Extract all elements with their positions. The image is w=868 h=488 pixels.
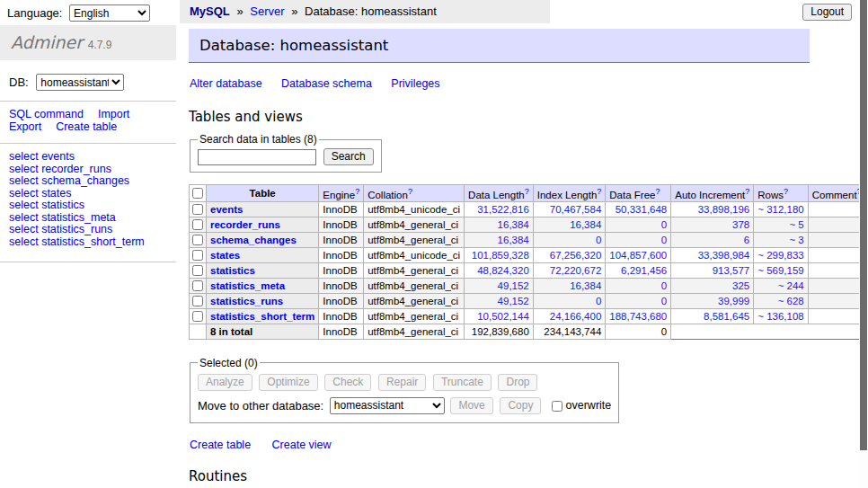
sidebar-select-recorder-runs-link[interactable]: select recorder_runs	[9, 164, 176, 176]
row-checkbox[interactable]	[192, 235, 203, 245]
copy-button[interactable]: Copy	[500, 397, 541, 414]
data-length-link[interactable]: 49,152	[498, 280, 529, 291]
sidebar-create-table-link[interactable]: Create table	[56, 120, 117, 133]
table-link[interactable]: recorder_runs	[210, 219, 280, 230]
row-checkbox[interactable]	[192, 219, 203, 230]
breadcrumb-server-link[interactable]: Server	[250, 4, 284, 18]
index-length-link[interactable]: 70,467,584	[550, 204, 602, 215]
data-length-link[interactable]: 101,859,328	[472, 250, 529, 261]
sidebar-select-statistics-link[interactable]: select statistics	[9, 200, 176, 212]
rows-count-link[interactable]: ~ 628	[778, 296, 804, 306]
auto-increment-link[interactable]: 8,581,645	[704, 311, 749, 322]
move-database-select[interactable]: homeassistant	[330, 397, 445, 414]
data-free-link[interactable]: 0	[661, 296, 667, 306]
sidebar-select-statistics-short-term-link[interactable]: select statistics_short_term	[9, 236, 176, 249]
search-input[interactable]	[198, 149, 316, 165]
db-select[interactable]: homeassistant	[36, 74, 124, 91]
row-checkbox[interactable]	[192, 250, 203, 261]
data-free-link[interactable]: 50,331,648	[616, 204, 668, 215]
repair-button[interactable]: Repair	[378, 374, 426, 391]
auto-increment-link[interactable]: 33,398,984	[698, 250, 750, 261]
sidebar-select-statistics-runs-link[interactable]: select statistics_runs	[9, 224, 176, 236]
select-all-checkbox[interactable]	[192, 188, 203, 199]
alter-database-link[interactable]: Alter database	[190, 77, 262, 90]
row-checkbox[interactable]	[192, 280, 203, 291]
help-icon[interactable]: ?	[597, 187, 601, 196]
row-checkbox[interactable]	[192, 265, 203, 276]
create-view-link[interactable]: Create view	[272, 439, 332, 451]
sidebar-select-schema-changes-link[interactable]: select schema_changes	[9, 175, 176, 188]
table-link[interactable]: statistics_meta	[210, 280, 285, 291]
index-length-link[interactable]: 72,220,672	[550, 265, 602, 276]
index-length-link[interactable]: 24,166,400	[550, 311, 602, 322]
language-select[interactable]: English	[69, 4, 150, 22]
row-checkbox[interactable]	[192, 204, 203, 215]
data-length-link[interactable]: 31,522,816	[477, 204, 529, 215]
overwrite-checkbox[interactable]	[552, 401, 562, 412]
data-free-link[interactable]: 0	[661, 235, 667, 245]
create-table-link[interactable]: Create table	[190, 439, 251, 451]
help-icon[interactable]: ?	[408, 187, 412, 196]
data-free-link[interactable]: 0	[661, 219, 667, 230]
index-length-link[interactable]: 0	[596, 235, 601, 245]
rows-count-link[interactable]: ~ 3	[789, 235, 803, 245]
rows-count-link[interactable]: ~ 244	[778, 280, 804, 291]
sidebar-select-states-link[interactable]: select states	[9, 188, 176, 200]
rows-count-link[interactable]: ~ 136,108	[757, 311, 803, 322]
data-free-link[interactable]: 0	[661, 280, 667, 291]
table-link[interactable]: statistics	[210, 265, 255, 276]
move-button[interactable]: Move	[450, 397, 492, 414]
row-checkbox[interactable]	[192, 296, 203, 306]
table-link[interactable]: statistics_runs	[210, 296, 283, 306]
search-button[interactable]: Search	[323, 148, 374, 165]
auto-increment-link[interactable]: 39,999	[718, 296, 749, 306]
table-link[interactable]: schema_changes	[210, 235, 297, 245]
auto-increment-link[interactable]: 378	[732, 219, 749, 230]
rows-count-link[interactable]: ~ 299,833	[757, 250, 803, 261]
index-length-link[interactable]: 16,384	[570, 280, 601, 291]
check-button[interactable]: Check	[324, 374, 371, 391]
optimize-button[interactable]: Optimize	[259, 374, 317, 391]
analyze-button[interactable]: Analyze	[198, 374, 252, 391]
sidebar-sql-command-link[interactable]: SQL command	[9, 108, 84, 120]
sidebar-export-link[interactable]: Export	[9, 120, 41, 133]
sidebar-select-statistics-meta-link[interactable]: select statistics_meta	[9, 212, 176, 225]
index-length-link[interactable]: 0	[596, 296, 601, 306]
drop-button[interactable]: Drop	[498, 374, 537, 391]
data-length-link[interactable]: 49,152	[498, 296, 529, 306]
data-free-link[interactable]: 104,857,600	[609, 250, 667, 261]
row-checkbox[interactable]	[192, 311, 203, 322]
rows-count-link[interactable]: ~ 569,159	[757, 265, 803, 276]
help-icon[interactable]: ?	[525, 187, 529, 196]
data-free-link[interactable]: 6,291,456	[621, 265, 667, 276]
index-length-link[interactable]: 67,256,320	[550, 250, 602, 261]
index-length-link[interactable]: 16,384	[570, 219, 601, 230]
help-icon[interactable]: ?	[784, 187, 788, 196]
auto-increment-link[interactable]: 913,577	[713, 265, 750, 276]
logout-button[interactable]: Logout	[802, 4, 852, 21]
help-icon[interactable]: ?	[655, 187, 660, 196]
table-link[interactable]: events	[210, 204, 243, 215]
vertical-scrollbar[interactable]	[859, 0, 868, 488]
sidebar-select-events-link[interactable]: select events	[9, 151, 176, 164]
auto-increment-link[interactable]: 33,898,196	[698, 204, 750, 215]
rows-count-link[interactable]: ~ 5	[789, 219, 803, 230]
database-schema-link[interactable]: Database schema	[281, 77, 372, 90]
auto-increment-link[interactable]: 325	[732, 280, 749, 291]
table-link[interactable]: statistics_short_term	[210, 311, 314, 322]
breadcrumb-mysql-link[interactable]: MySQL	[190, 4, 230, 18]
data-length-link[interactable]: 16,384	[498, 235, 529, 245]
data-length-link[interactable]: 48,824,320	[477, 265, 529, 276]
auto-increment-link[interactable]: 6	[744, 235, 749, 245]
data-free-link[interactable]: 188,743,680	[609, 311, 667, 322]
sidebar-import-link[interactable]: Import	[98, 108, 129, 120]
table-link[interactable]: states	[210, 250, 240, 261]
help-icon[interactable]: ?	[355, 187, 359, 196]
data-length-link[interactable]: 16,384	[498, 219, 529, 230]
help-icon[interactable]: ?	[745, 187, 749, 196]
privileges-link[interactable]: Privileges	[391, 77, 439, 90]
truncate-button[interactable]: Truncate	[433, 374, 492, 391]
data-length-link[interactable]: 10,502,144	[477, 311, 529, 322]
rows-count-link[interactable]: ~ 312,180	[757, 204, 803, 215]
scrollbar-thumb[interactable]	[860, 0, 867, 450]
